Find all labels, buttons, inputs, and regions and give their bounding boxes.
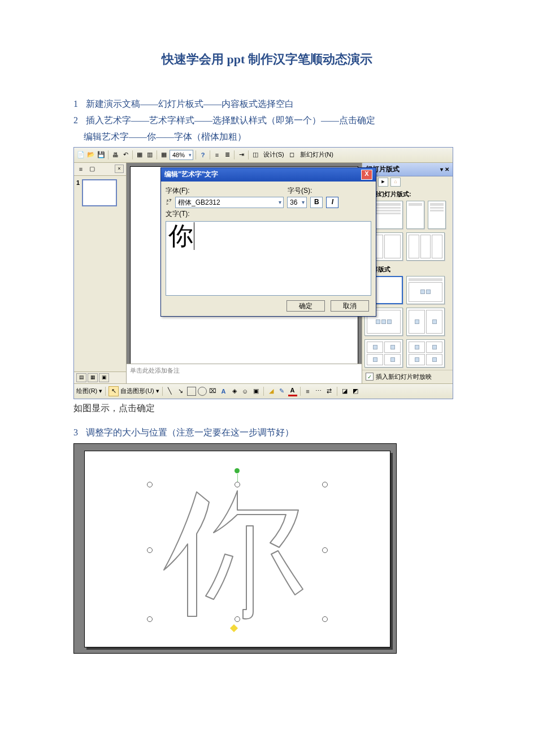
help-icon[interactable]: ?: [198, 150, 207, 159]
chevron-down-icon[interactable]: ▾ ✕: [440, 166, 449, 172]
step-num: 2: [73, 113, 84, 128]
grid-icon[interactable]: ▦: [159, 150, 168, 159]
view-buttons: ▤ ▦ ▣: [74, 371, 126, 383]
select-icon[interactable]: ↖: [108, 386, 119, 396]
normal-view-icon[interactable]: ▤: [76, 373, 86, 382]
checkbox-icon[interactable]: ✓: [366, 373, 374, 381]
design-link[interactable]: 设计(S): [261, 150, 286, 159]
panel-tabs: ≡ ▢ ×: [74, 163, 126, 176]
table-icon[interactable]: ▦: [135, 150, 144, 159]
separator: [108, 150, 108, 159]
layout-bulleted[interactable]: [428, 201, 446, 229]
font-controls: ㍐ 楷体_GB2312 36 B I: [166, 197, 371, 208]
bold-button[interactable]: B: [310, 197, 323, 208]
slide-panel: ≡ ▢ × 1 ▤ ▦ ▣: [74, 163, 127, 383]
separator: [105, 387, 106, 396]
arrowstyle-icon[interactable]: ⇄: [325, 387, 334, 396]
undo-icon[interactable]: ↶: [121, 150, 130, 159]
resize-handle[interactable]: [322, 547, 328, 553]
wordart-outline[interactable]: [153, 475, 322, 633]
step-2b: 编辑艺术字——你——字体（楷体加粗）: [73, 129, 461, 144]
resize-handle[interactable]: [147, 547, 153, 553]
size-label: 字号(S):: [288, 186, 317, 196]
save-icon[interactable]: 💾: [97, 150, 106, 159]
forward-icon[interactable]: ►: [378, 178, 388, 187]
close-panel-button[interactable]: ×: [115, 165, 124, 173]
close-icon[interactable]: X: [361, 170, 372, 180]
textbox-icon[interactable]: ⌧: [209, 387, 218, 396]
slideshow-view-icon[interactable]: ▣: [99, 373, 109, 382]
rotate-handle[interactable]: [235, 468, 240, 473]
page-title: 快速学会用 ppt 制作汉字笔顺动态演示: [73, 51, 461, 68]
wordart-icon[interactable]: A: [219, 387, 228, 396]
resize-handle[interactable]: [322, 482, 328, 487]
thumbnails: 1: [74, 176, 126, 371]
arrow-icon[interactable]: ↘: [176, 387, 185, 396]
new-icon[interactable]: 📄: [76, 150, 85, 159]
clipart-icon[interactable]: ☺: [241, 387, 250, 396]
separator: [132, 150, 133, 159]
layout-vertical[interactable]: [406, 232, 445, 261]
rect-icon[interactable]: [187, 387, 196, 396]
fontcolor-icon[interactable]: A: [288, 386, 297, 396]
oval-icon[interactable]: [198, 387, 207, 396]
notes-pane[interactable]: 单击此处添加备注: [127, 364, 362, 383]
layout-content-4[interactable]: [364, 339, 403, 368]
shadow-icon[interactable]: ◪: [340, 387, 349, 396]
zoom-combo[interactable]: 48%: [170, 150, 193, 160]
bullets-icon[interactable]: ≡: [212, 150, 222, 159]
3d-icon[interactable]: ◩: [351, 387, 360, 396]
font-combo[interactable]: 楷体_GB2312: [175, 197, 284, 208]
workspace: ≡ ▢ × 1 ▤ ▦ ▣ 编辑"艺术字"文字 X: [74, 163, 453, 383]
numbering-icon[interactable]: ≣: [223, 150, 232, 159]
layout-title-only[interactable]: [406, 201, 424, 229]
newslide-link[interactable]: 新幻灯片(N): [298, 150, 336, 159]
newslide-icon[interactable]: ◻: [288, 150, 297, 159]
step-text: 调整字的大小与位置（注意一定要在这一步调节好）: [86, 427, 294, 437]
drawing-toolbar: 绘图(R) ▾ ↖ 自选图形(U) ▾ ╲ ↘ ⌧ A ◈ ☺ ▣ ◢ ✎ A …: [74, 383, 453, 399]
resize-handle[interactable]: [147, 616, 153, 622]
resize-handle[interactable]: [322, 616, 328, 622]
home-icon[interactable]: ⌂: [390, 178, 401, 187]
cancel-button[interactable]: 取消: [331, 300, 369, 312]
slides-tab-icon[interactable]: ▢: [88, 165, 97, 174]
ppt-window: 📄 📂 💾 🖶 ↶ ▦ ▥ ▦ 48% ? ≡ ≣ ⇥ ◫ 设计(S) ◻ 新幻…: [73, 147, 453, 399]
layout-content[interactable]: [406, 276, 445, 304]
step-num: 3: [73, 425, 84, 440]
thumbnail-row[interactable]: 1: [76, 179, 124, 206]
design-icon[interactable]: ◫: [251, 150, 260, 159]
separator: [263, 387, 264, 396]
dashstyle-icon[interactable]: ⋯: [314, 387, 323, 396]
print-icon[interactable]: 🖶: [111, 150, 120, 159]
step-3: 3 调整字的大小与位置（注意一定要在这一步调节好）: [73, 425, 461, 440]
italic-button[interactable]: I: [326, 197, 338, 208]
step-1: 1 新建演示文稿——幻灯片板式——内容板式选择空白: [73, 96, 461, 111]
dialog-titlebar: 编辑"艺术字"文字 X: [161, 168, 376, 182]
resize-handle[interactable]: [147, 482, 153, 487]
diagram-icon[interactable]: ◈: [230, 387, 239, 396]
linecolor-icon[interactable]: ✎: [277, 387, 286, 396]
sorter-view-icon[interactable]: ▦: [88, 373, 98, 382]
ok-button[interactable]: 确定: [286, 300, 325, 312]
size-combo[interactable]: 36: [287, 197, 307, 208]
autoshapes-menu[interactable]: 自选图形(U): [120, 387, 154, 395]
draw-menu[interactable]: 绘图(R): [76, 387, 97, 395]
picture-icon[interactable]: ▣: [251, 387, 261, 396]
layout-content-5[interactable]: [406, 339, 445, 368]
separator: [162, 387, 163, 396]
outline-tab-icon[interactable]: ≡: [76, 165, 85, 174]
slide-canvas-2[interactable]: [84, 451, 390, 647]
indent-icon[interactable]: ⇥: [237, 150, 246, 159]
wordart-text-input[interactable]: 你: [166, 221, 371, 296]
linestyle-icon[interactable]: ≡: [303, 387, 312, 396]
fillcolor-icon[interactable]: ◢: [267, 387, 276, 396]
dialog-title: 编辑"艺术字"文字: [164, 170, 218, 179]
insert-checkbox-row[interactable]: ✓ 插入新幻灯片时放映: [362, 370, 453, 383]
chart-icon[interactable]: ▥: [145, 150, 154, 159]
layout-content-3[interactable]: [406, 308, 445, 336]
slide-thumbnail[interactable]: [82, 179, 117, 206]
separator: [210, 150, 210, 159]
open-icon[interactable]: 📂: [86, 150, 95, 159]
text-label: 文字(T):: [166, 209, 195, 219]
line-icon[interactable]: ╲: [166, 387, 175, 396]
